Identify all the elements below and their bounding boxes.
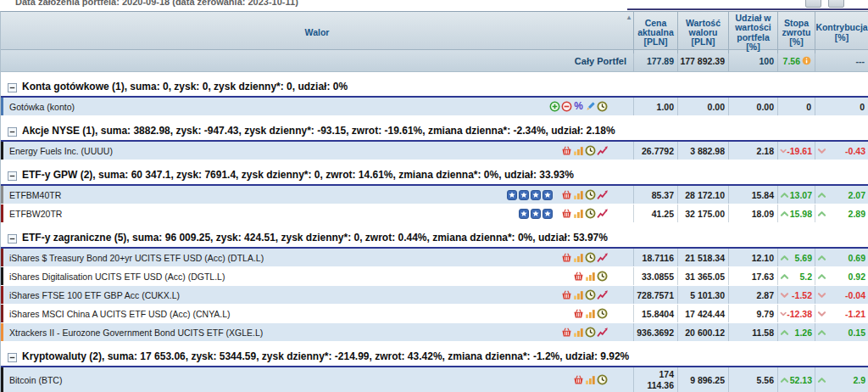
group-row-etfy-zagraniczne[interactable]: ETF-y zagraniczne (5), suma: 96 009.25, … xyxy=(1,223,868,247)
subtract-icon[interactable] xyxy=(561,101,572,112)
table-row[interactable]: iShares Digitalisation UCITS ETF USD (Ac… xyxy=(1,267,868,286)
history-icon[interactable] xyxy=(585,289,596,300)
table-row[interactable]: iShares MSCI China A UCITS ETF USD (Acc)… xyxy=(1,305,868,323)
history-icon[interactable] xyxy=(597,101,608,112)
trend-icon[interactable] xyxy=(597,289,608,300)
table-row[interactable]: Energy Fuels Inc. (UUUU) 26.7792 3 882.9… xyxy=(1,140,868,160)
table-row[interactable]: ETFBW20TR 41.25 32 175.00 18.09 15.98 2.… xyxy=(1,204,868,223)
history-icon[interactable] xyxy=(597,308,608,319)
cell-udzial: 18.09 xyxy=(728,204,777,222)
trend-icon[interactable] xyxy=(597,252,608,263)
table-row[interactable]: ETFBM40TR 85.37 28 172.10 15.84 13.07 2.… xyxy=(1,184,868,204)
table-row[interactable]: Gotówka (konto) 1.00 0.00 0.00 0 0 xyxy=(1,96,868,116)
group-row-etfy-gpw[interactable]: ETF-y GPW (2), suma: 60 347.1, zysk: 769… xyxy=(1,160,868,184)
edit-icon[interactable] xyxy=(585,101,596,112)
cell-cena: 936.3692 xyxy=(633,323,677,341)
collapse-icon[interactable] xyxy=(8,234,17,244)
history-icon[interactable] xyxy=(585,327,596,338)
cell-cena: 174 114.36 xyxy=(633,367,677,392)
arrow-up-icon xyxy=(817,273,826,280)
basket-icon[interactable] xyxy=(573,308,584,319)
add-icon[interactable] xyxy=(549,101,560,112)
cell-stopa: 15.98 xyxy=(777,204,815,222)
chart-icon[interactable] xyxy=(573,327,584,338)
basket-icon[interactable] xyxy=(561,208,572,219)
history-icon[interactable] xyxy=(585,208,596,219)
basket-icon[interactable] xyxy=(573,374,584,385)
table-row[interactable]: iShares FTSE 100 ETF GBP Acc (CUKX.L) 72… xyxy=(1,286,868,305)
group-row-konta-gotowkowe[interactable]: Konta gotówkowe (1), suma: 0, zysk: 0, z… xyxy=(1,72,868,96)
basket-icon[interactable] xyxy=(561,327,572,338)
chart-icon[interactable] xyxy=(573,208,584,219)
cell-stopa: 5.69 xyxy=(777,249,815,266)
tag-icon[interactable] xyxy=(542,190,553,200)
basket-icon[interactable] xyxy=(573,271,584,282)
cell-kontrybucja: -0.43 xyxy=(815,142,868,160)
instrument-name: Bitcoin (BTC) xyxy=(9,375,573,385)
warning-icon[interactable] xyxy=(802,56,811,65)
tag-icon[interactable] xyxy=(542,209,553,219)
chart-icon[interactable] xyxy=(585,308,596,319)
trend-icon[interactable] xyxy=(597,189,608,200)
trend-icon[interactable] xyxy=(597,208,608,219)
cell-cena: 728.7571 xyxy=(633,286,677,304)
arrow-up-icon xyxy=(817,329,826,336)
instrument-color-bar xyxy=(1,98,3,115)
basket-icon[interactable] xyxy=(561,145,572,156)
table-row[interactable]: Xtrackers II - Eurozone Government Bond … xyxy=(1,323,868,342)
column-header-walor[interactable]: Walor ▴ xyxy=(1,12,633,53)
chart-icon[interactable] xyxy=(573,145,584,156)
print-icon[interactable] xyxy=(828,0,844,8)
chart-icon[interactable] xyxy=(585,374,596,385)
sort-icon[interactable]: ▴ xyxy=(627,14,631,22)
cell-wartosc: 3 882.98 xyxy=(677,142,728,160)
history-icon[interactable] xyxy=(585,189,596,200)
chart-icon[interactable] xyxy=(585,271,596,282)
trend-icon[interactable] xyxy=(597,145,608,156)
group-label: Konta gotówkowe (1), suma: 0, zysk: 0, z… xyxy=(22,81,348,92)
table-row[interactable]: iShares $ Treasury Bond 20+yr UCITS ETF … xyxy=(1,247,868,267)
cell-wartosc: 21 518.34 xyxy=(677,249,728,266)
arrow-up-icon xyxy=(780,192,789,199)
chart-icon[interactable] xyxy=(573,289,584,300)
arrow-up-icon xyxy=(780,273,789,280)
column-header-udzial[interactable]: Udział w wartości portfela [%] xyxy=(728,12,777,53)
tag-icon[interactable] xyxy=(531,190,541,200)
column-header-cena[interactable]: Cena aktualna [PLN] xyxy=(633,12,677,53)
group-row-kryptowaluty[interactable]: Kryptowaluty (2), suma: 17 653.06, zysk:… xyxy=(1,342,868,366)
collapse-icon[interactable] xyxy=(8,83,17,92)
history-icon[interactable] xyxy=(585,252,596,263)
percent-icon[interactable] xyxy=(573,101,584,112)
cell-stopa: 5.2 xyxy=(777,267,815,285)
instrument-name: iShares $ Treasury Bond 20+yr UCITS ETF … xyxy=(9,253,561,263)
instrument-name: Xtrackers II - Eurozone Government Bond … xyxy=(9,328,561,338)
basket-icon[interactable] xyxy=(561,189,572,200)
group-row-akcje-nyse[interactable]: Akcje NYSE (1), suma: 3882.98, zysk: -94… xyxy=(1,116,868,140)
instrument-color-bar xyxy=(1,323,3,341)
collapse-icon[interactable] xyxy=(8,127,17,137)
cell-stopa: -12.38 xyxy=(777,305,815,322)
history-icon[interactable] xyxy=(585,145,596,156)
export-icon[interactable] xyxy=(805,0,821,8)
table-row[interactable]: Bitcoin (BTC) 174 114.36 9 896.25 5.56 5… xyxy=(1,366,868,392)
basket-icon[interactable] xyxy=(561,252,572,263)
chart-icon[interactable] xyxy=(573,252,584,263)
tag-icon[interactable] xyxy=(519,209,529,219)
cell-kontrybucja: 0.92 xyxy=(815,267,868,285)
history-icon[interactable] xyxy=(597,271,608,282)
history-icon[interactable] xyxy=(597,374,608,385)
collapse-icon[interactable] xyxy=(8,171,17,181)
column-header-wartosc[interactable]: Wartość waloru [PLN] xyxy=(677,12,728,53)
arrow-down-icon xyxy=(780,311,787,317)
tag-icon[interactable] xyxy=(531,209,541,219)
instrument-name: iShares Digitalisation UCITS ETF USD (Ac… xyxy=(9,272,573,282)
tag-icon[interactable] xyxy=(507,190,517,200)
chart-icon[interactable] xyxy=(573,189,584,200)
column-header-kontrybucja[interactable]: Kontrybucja [%] xyxy=(815,12,868,53)
trend-icon[interactable] xyxy=(597,327,608,338)
collapse-icon[interactable] xyxy=(8,353,17,362)
basket-icon[interactable] xyxy=(561,289,572,300)
tag-icon[interactable] xyxy=(519,190,529,200)
cell-wartosc: 20 600.12 xyxy=(677,323,728,341)
column-header-stopa[interactable]: Stopa zwrotu [%] xyxy=(777,12,815,53)
